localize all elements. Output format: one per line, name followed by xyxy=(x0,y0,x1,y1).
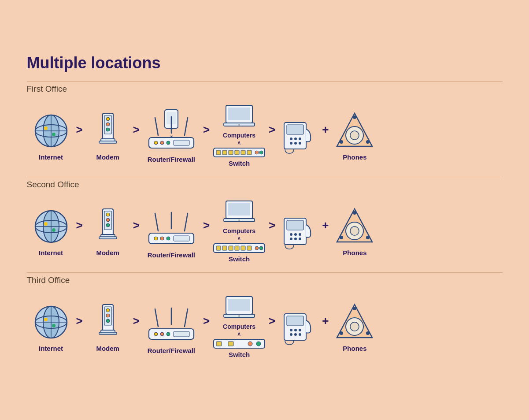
svg-point-11 xyxy=(106,128,110,131)
svg-point-58 xyxy=(44,222,48,226)
svg-rect-40 xyxy=(287,125,303,134)
svg-point-92 xyxy=(299,233,301,236)
network-row-2: Internet > Modem > xyxy=(27,200,503,263)
office-row-3: Third Office Internet > xyxy=(27,272,503,366)
svg-point-127 xyxy=(238,315,240,317)
svg-point-52 xyxy=(366,140,370,144)
modem-icon-1 xyxy=(88,111,128,151)
svg-point-138 xyxy=(290,333,292,336)
svg-point-146 xyxy=(366,331,370,335)
caret-3: ∧ xyxy=(237,331,241,337)
svg-rect-33 xyxy=(229,150,233,155)
svg-point-59 xyxy=(52,228,55,232)
router-icon-2 xyxy=(143,204,200,249)
modem-label-3: Modem xyxy=(96,345,119,352)
internet-icon-3 xyxy=(31,302,71,342)
svg-rect-83 xyxy=(235,246,239,250)
arrow-2a: > xyxy=(76,219,83,232)
svg-point-135 xyxy=(290,329,292,331)
switch-group-3: Computers ∧ Switch xyxy=(211,296,268,358)
svg-rect-129 xyxy=(216,342,222,346)
router-label-3: Router/Firewall xyxy=(148,347,195,354)
internet-label-2: Internet xyxy=(39,249,63,256)
conf-phone-icon-1 xyxy=(333,111,377,151)
device-phone-desk-2 xyxy=(276,212,320,251)
svg-point-23 xyxy=(160,141,164,145)
svg-rect-81 xyxy=(222,246,227,250)
svg-point-132 xyxy=(256,342,261,346)
arrow-2b: > xyxy=(133,219,140,232)
caret-2: ∧ xyxy=(237,235,241,241)
svg-rect-115 xyxy=(99,332,117,335)
svg-line-16 xyxy=(155,118,158,135)
svg-point-78 xyxy=(238,219,240,221)
svg-point-24 xyxy=(166,141,170,145)
svg-point-6 xyxy=(52,133,55,136)
svg-point-107 xyxy=(44,318,48,321)
svg-point-44 xyxy=(290,142,292,145)
conf-phone-icon-3 xyxy=(333,302,377,342)
svg-point-145 xyxy=(340,331,343,335)
svg-point-22 xyxy=(154,141,158,145)
plus-3: + xyxy=(322,314,329,328)
svg-line-116 xyxy=(155,309,158,327)
internet-icon-2 xyxy=(31,207,71,246)
router-label-1: Router/Firewall xyxy=(148,156,195,163)
phones-label-1: Phones xyxy=(343,153,366,161)
svg-rect-32 xyxy=(222,150,227,155)
svg-point-99 xyxy=(353,211,356,215)
svg-point-37 xyxy=(255,151,259,154)
svg-point-98 xyxy=(350,227,359,235)
svg-point-108 xyxy=(52,324,55,327)
router-icon-1: ⌃ ⌄ xyxy=(143,109,200,153)
network-row-1: Internet > xyxy=(27,104,503,167)
phones-label-3: Phones xyxy=(343,345,366,352)
internet-label-1: Internet xyxy=(39,153,63,161)
svg-rect-134 xyxy=(287,316,303,326)
device-modem-3: Modem xyxy=(84,302,132,352)
device-router-1: ⌃ ⌄ Router/Firewall xyxy=(141,109,202,163)
computers-label-1: Computers xyxy=(223,132,255,139)
plus-1: + xyxy=(322,123,329,137)
svg-rect-31 xyxy=(216,150,221,155)
svg-rect-82 xyxy=(229,246,233,250)
svg-point-120 xyxy=(154,332,158,336)
svg-point-41 xyxy=(290,138,292,140)
svg-point-9 xyxy=(106,117,110,121)
device-modem-1: Modem xyxy=(84,111,132,161)
svg-line-67 xyxy=(155,213,158,231)
arrow-1a: > xyxy=(76,123,83,137)
svg-point-93 xyxy=(290,238,292,240)
svg-point-49 xyxy=(350,131,359,140)
network-row-3: Internet > Modem > xyxy=(27,296,503,358)
office-row-2: Second Office Internet > xyxy=(27,177,503,271)
desk-phone-icon-3 xyxy=(281,307,316,347)
modem-icon-2 xyxy=(88,207,128,246)
svg-rect-84 xyxy=(241,246,245,250)
svg-point-122 xyxy=(166,332,170,336)
office-label-3: Third Office xyxy=(27,275,70,285)
device-router-2: Router/Firewall xyxy=(141,204,202,259)
switch-group-1: Computers ∧ Switch xyxy=(211,104,268,167)
switch-group-2: Computers ∧ Switch xyxy=(211,200,268,263)
computers-label-2: Computers xyxy=(223,227,255,234)
arrow-3d: > xyxy=(269,314,275,328)
svg-rect-130 xyxy=(228,342,233,346)
office-row-1: First Office In xyxy=(27,81,503,175)
device-phone-desk-1 xyxy=(276,116,320,156)
arrow-1d: > xyxy=(269,123,275,137)
modem-label-1: Modem xyxy=(96,153,119,161)
svg-rect-80 xyxy=(216,246,221,250)
router-label-2: Router/Firewall xyxy=(148,251,195,259)
svg-point-137 xyxy=(299,329,301,331)
caret-1: ∧ xyxy=(237,140,241,145)
modem-icon-3 xyxy=(88,302,128,342)
main-container: Multiple locations First Office xyxy=(9,41,520,379)
computers-label-3: Computers xyxy=(223,323,255,330)
device-internet-2: Internet xyxy=(27,207,75,256)
svg-rect-76 xyxy=(228,203,250,216)
device-internet-1: Internet xyxy=(27,111,75,161)
switch-label-3: Switch xyxy=(229,351,250,358)
svg-line-118 xyxy=(185,309,188,327)
device-internet-3: Internet xyxy=(27,302,75,352)
